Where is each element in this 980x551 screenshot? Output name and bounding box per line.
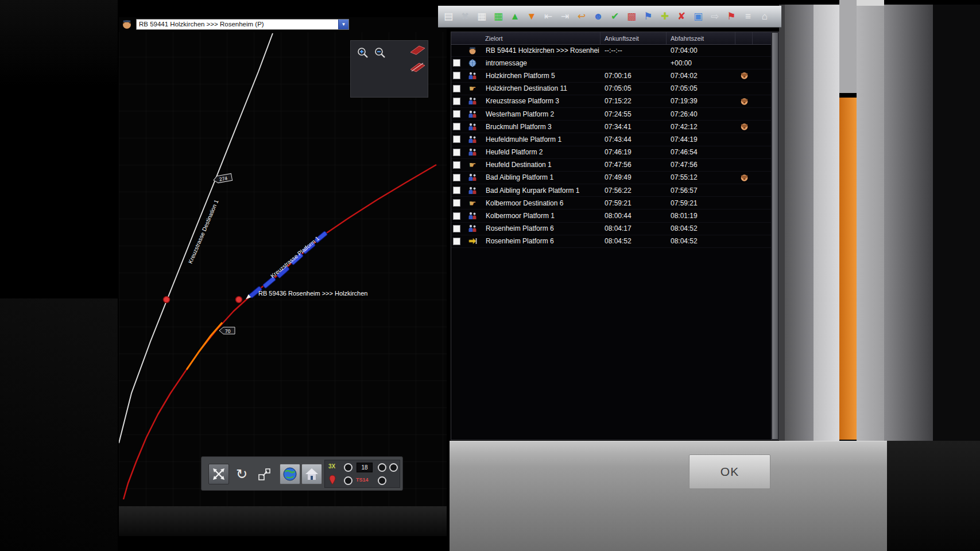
header-announce-col xyxy=(735,32,753,44)
row-checkbox[interactable] xyxy=(453,98,460,105)
timetable-row[interactable]: Westerham Platform 207:24:5507:26:40 xyxy=(451,108,771,121)
remove-stop-button[interactable]: ✘ xyxy=(674,8,689,25)
scene-wall-light xyxy=(814,5,839,441)
pan-button[interactable] xyxy=(208,464,229,484)
stop-marker-left xyxy=(164,297,170,303)
timetable-row[interactable]: Kolbermoor Platform 108:00:4408:01:19 xyxy=(451,209,771,222)
timetable-row[interactable]: Bad Aibling Kurpark Platform 107:56:2207… xyxy=(451,184,771,197)
row-checkbox[interactable] xyxy=(453,123,460,130)
exit-button[interactable]: ⇨ xyxy=(707,8,722,25)
row-checkbox[interactable] xyxy=(453,187,460,194)
passenger-icon: ☻ xyxy=(593,11,603,21)
move-down-button[interactable]: ▼ xyxy=(524,8,539,25)
map-option-toggle-1[interactable] xyxy=(344,463,353,472)
depot-button[interactable]: ⌂ xyxy=(757,8,772,25)
map-panel-frame xyxy=(119,506,447,536)
timetable-row[interactable]: Bad Aibling Platform 107:49:4907:55:12 xyxy=(451,172,771,184)
timetable-row[interactable]: ☛Heufeld Destination 107:47:5607:47:56 xyxy=(451,159,771,172)
map-option-toggle-3[interactable] xyxy=(389,463,398,472)
timetable-row[interactable]: Heufeldmuhle Platform 107:43:4407:44:19 xyxy=(451,133,771,146)
header-arrival: Ankunftszeit xyxy=(601,32,667,44)
map-value-display[interactable]: 18 xyxy=(357,463,373,472)
row-checkbox-cell xyxy=(451,212,464,220)
grid-colors-icon: ▩ xyxy=(627,11,636,21)
application-window: RB 59441 Holzkirchen >>> Rosenheim (P) ▼ xyxy=(0,0,980,551)
timetable-row[interactable]: ☛Holzkirchen Destination 1107:05:0507:05… xyxy=(451,83,771,95)
dropdown-arrow-button[interactable]: ▼ xyxy=(338,20,348,29)
row-arrival-time: 08:00:44 xyxy=(601,212,667,220)
timetable-row[interactable]: RB 59441 Holzkirchen >>> Rosenhei--:--:-… xyxy=(451,44,771,57)
stop-marker-right xyxy=(236,297,242,303)
row-departure-time: 07:05:05 xyxy=(667,84,735,92)
platform-icon xyxy=(464,173,481,182)
passenger-button[interactable]: ☻ xyxy=(591,8,606,25)
platform-icon xyxy=(464,211,481,220)
delete-button[interactable]: ✖ xyxy=(458,8,472,25)
row-checkbox[interactable] xyxy=(453,149,460,156)
row-checkbox[interactable] xyxy=(453,238,460,245)
timetable-row[interactable]: Rosenheim Platform 608:04:1708:04:52 xyxy=(451,223,771,235)
row-checkbox[interactable] xyxy=(453,72,460,79)
flag-button[interactable]: ⚑ xyxy=(724,8,739,25)
row-checkbox-cell xyxy=(451,59,464,67)
timetable-row[interactable]: Kreuzstrasse Platform 307:15:2207:19:39 xyxy=(451,95,771,108)
timetable-row[interactable]: ☛Kolbermoor Destination 607:59:2107:59:2… xyxy=(451,197,771,209)
zoom-in-button[interactable] xyxy=(355,45,370,60)
zoom-out-button[interactable] xyxy=(373,45,388,60)
row-departure-time: 08:04:52 xyxy=(667,224,735,232)
platform-strip-button[interactable]: ≡ xyxy=(741,8,756,25)
track-edit-button[interactable] xyxy=(408,60,427,74)
grid-active-button[interactable]: ▦ xyxy=(491,8,506,25)
scrollbar-thumb[interactable] xyxy=(772,33,778,439)
move-up-button[interactable]: ▲ xyxy=(508,8,522,25)
row-departure-time: 07:44:19 xyxy=(667,135,735,143)
save-button[interactable]: ▤ xyxy=(441,8,456,25)
add-stop-button[interactable]: ✚ xyxy=(657,8,672,25)
grid-button[interactable]: ▦ xyxy=(474,8,489,25)
timetable-row[interactable]: Heufeld Platform 207:46:1907:46:54 xyxy=(451,146,771,159)
row-checkbox[interactable] xyxy=(453,59,460,67)
map-mode-button[interactable] xyxy=(280,464,300,484)
map-option-toggle-5[interactable] xyxy=(378,476,386,485)
row-checkbox[interactable] xyxy=(453,199,460,207)
confirm-edit-button[interactable]: ✔ xyxy=(607,8,622,25)
row-checkbox[interactable] xyxy=(453,174,460,181)
track-plan-button[interactable] xyxy=(408,43,427,57)
route-selector[interactable]: RB 59441 Holzkirchen >>> Rosenheim (P) ▼ xyxy=(136,19,349,30)
timetable-scrollbar[interactable] xyxy=(771,32,778,440)
timetable-row[interactable]: Bruckmuhl Platform 307:34:4107:42:12 xyxy=(451,121,771,133)
home-icon xyxy=(304,467,319,482)
row-checkbox[interactable] xyxy=(453,110,460,118)
undo-button[interactable]: ↩ xyxy=(574,8,589,25)
scene-background-bottom-left xyxy=(0,298,118,551)
timetable-row[interactable]: intromessage+00:00 xyxy=(451,57,771,69)
map-canvas[interactable]: RB 59436 Rosenheim >>> Holzkirchen Kreuz… xyxy=(119,30,447,523)
row-departure-time: 07:55:12 xyxy=(667,173,735,181)
timetable-row[interactable]: Rosenheim Platform 608:04:5208:04:52 xyxy=(451,235,771,248)
resize-view-button[interactable] xyxy=(254,464,275,484)
row-destination: Kreuzstrasse Platform 3 xyxy=(481,97,601,105)
ok-button[interactable]: OK xyxy=(689,455,770,489)
map-option-toggle-2[interactable] xyxy=(378,463,386,472)
route-flag-button[interactable]: ⚑ xyxy=(641,8,656,25)
home-view-button[interactable] xyxy=(301,464,322,484)
insert-after-button[interactable]: ⇥ xyxy=(557,8,572,25)
row-destination: Kolbermoor Destination 6 xyxy=(481,199,601,207)
timetable-row[interactable]: Holzkirchen Platform 507:00:1607:04:02 xyxy=(451,69,771,82)
row-checkbox[interactable] xyxy=(453,85,460,92)
row-checkbox[interactable] xyxy=(453,212,460,220)
train-label: RB 59436 Rosenheim >>> Holzkirchen xyxy=(258,290,367,297)
row-checkbox[interactable] xyxy=(453,225,460,232)
row-checkbox[interactable] xyxy=(453,135,460,143)
row-departure-time: 07:04:00 xyxy=(667,46,735,55)
insert-before-button[interactable]: ⇤ xyxy=(541,8,556,25)
row-checkbox-cell xyxy=(451,123,464,130)
rotate-icon: ↻ xyxy=(236,467,247,481)
map-option-toggle-4[interactable] xyxy=(344,476,353,485)
row-arrival-time: 07:49:49 xyxy=(601,173,667,181)
row-checkbox[interactable] xyxy=(453,161,460,169)
exit-icon: ⇨ xyxy=(711,11,719,21)
window-options-button[interactable]: ▣ xyxy=(691,8,706,25)
grid-colors-button[interactable]: ▩ xyxy=(624,8,639,25)
rotate-view-button[interactable]: ↻ xyxy=(231,464,252,484)
